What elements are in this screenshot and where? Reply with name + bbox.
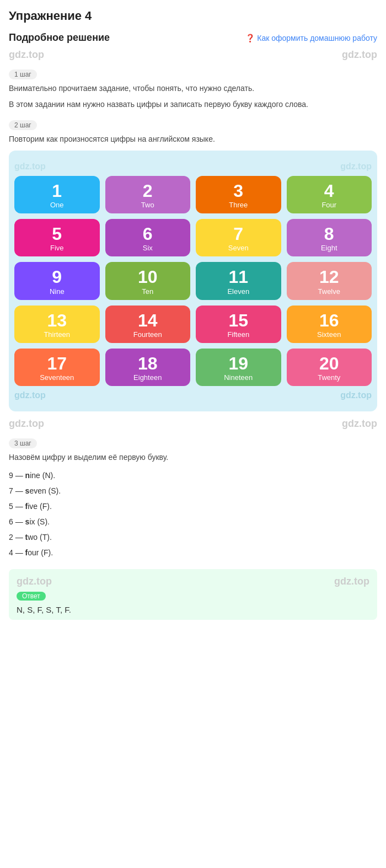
- wm-grid-top-l: gdz.top: [14, 162, 46, 172]
- watermark-1a: gdz.top: [9, 49, 44, 61]
- num-word-16: Sixteen: [317, 330, 341, 339]
- num-card-3: 3Three: [196, 176, 281, 213]
- num-card-15: 15Fifteen: [196, 306, 281, 343]
- step-2-badge: 2 шаг: [9, 120, 37, 130]
- help-link[interactable]: ❓ Как оформить домашнюю работу: [245, 34, 377, 42]
- num-digit-1: 1: [52, 181, 62, 201]
- num-digit-10: 10: [138, 267, 158, 287]
- answer-badge: Ответ: [17, 592, 46, 601]
- numbers-grid-container: gdz.top gdz.top 1One2Two3Three4Four5Five…: [9, 151, 377, 411]
- page-title: Упражнение 4: [9, 9, 377, 23]
- num-card-14: 14Fourteen: [105, 306, 191, 343]
- wm-grid-bot-l: gdz.top: [14, 390, 46, 400]
- num-word-8: Eight: [321, 244, 337, 252]
- wm-grid-top-r: gdz.top: [340, 162, 372, 172]
- watermark-3b: gdz.top: [342, 418, 377, 430]
- wm-grid-bot-r: gdz.top: [340, 390, 372, 400]
- answer-final: N, S, F, S, T, F.: [17, 605, 369, 614]
- num-digit-6: 6: [143, 224, 153, 244]
- num-card-10: 10Ten: [105, 262, 191, 299]
- num-digit-9: 9: [52, 267, 62, 287]
- num-word-11: Eleven: [227, 287, 249, 296]
- watermark-1b: gdz.top: [342, 49, 377, 61]
- answer-item-2: 5 — five (F).: [9, 499, 377, 514]
- num-card-20: 20Twenty: [287, 349, 372, 386]
- num-digit-17: 17: [47, 354, 67, 373]
- num-word-3: Three: [229, 201, 248, 209]
- answer-item-1: 7 — seven (S).: [9, 483, 377, 499]
- num-word-19: Nineteen: [224, 373, 253, 382]
- num-digit-3: 3: [233, 181, 243, 201]
- num-card-19: 19Nineteen: [196, 349, 281, 386]
- answer-item-4: 2 — two (T).: [9, 529, 377, 545]
- num-word-7: Seven: [228, 244, 249, 252]
- num-card-16: 16Sixteen: [287, 306, 372, 343]
- num-card-6: 6Six: [105, 219, 191, 256]
- num-word-17: Seventeen: [40, 373, 74, 382]
- num-card-11: 11Eleven: [196, 262, 281, 299]
- step-2-text1: Повторим как произносятся цифры на англи…: [9, 133, 377, 145]
- num-word-1: One: [50, 201, 64, 209]
- num-card-17: 17Seventeen: [14, 349, 100, 386]
- num-digit-20: 20: [319, 354, 339, 373]
- wm-ans-r: gdz.top: [334, 576, 369, 587]
- num-word-15: Fifteen: [227, 330, 249, 339]
- num-card-9: 9Nine: [14, 262, 100, 299]
- step-3-badge: 3 шаг: [9, 438, 37, 448]
- help-icon: ❓: [245, 34, 255, 42]
- answer-section: gdz.top gdz.top Ответ N, S, F, S, T, F.: [9, 569, 377, 620]
- num-card-13: 13Thirteen: [14, 306, 100, 343]
- num-card-5: 5Five: [14, 219, 100, 256]
- num-word-4: Four: [321, 201, 336, 209]
- num-word-12: Twelve: [318, 287, 340, 296]
- answer-item-3: 6 — six (S).: [9, 514, 377, 529]
- wm-ans-l: gdz.top: [17, 576, 52, 587]
- answer-item-5: 4 — four (F).: [9, 545, 377, 560]
- num-word-13: Thirteen: [44, 330, 70, 339]
- num-digit-19: 19: [228, 354, 248, 373]
- num-word-18: Eighteen: [133, 373, 162, 382]
- num-digit-5: 5: [52, 224, 62, 244]
- num-digit-11: 11: [228, 267, 248, 287]
- watermark-3a: gdz.top: [9, 418, 44, 430]
- num-word-5: Five: [50, 244, 64, 252]
- num-card-18: 18Eighteen: [105, 349, 191, 386]
- num-card-8: 8Eight: [287, 219, 372, 256]
- answer-list: 9 — nine (N).7 — seven (S).5 — five (F).…: [9, 468, 377, 560]
- num-card-12: 12Twelve: [287, 262, 372, 299]
- num-digit-18: 18: [138, 354, 158, 373]
- num-digit-4: 4: [324, 181, 334, 201]
- num-digit-8: 8: [324, 224, 334, 244]
- num-word-14: Fourteen: [133, 330, 162, 339]
- num-card-7: 7Seven: [196, 219, 281, 256]
- step-1-text2: В этом задании нам нужно назвать цифры и…: [9, 99, 377, 110]
- num-card-4: 4Four: [287, 176, 372, 213]
- num-digit-16: 16: [319, 311, 339, 330]
- num-word-6: Six: [143, 244, 153, 252]
- num-word-20: Twenty: [318, 373, 340, 382]
- num-card-1: 1One: [14, 176, 100, 213]
- answer-item-0: 9 — nine (N).: [9, 468, 377, 483]
- section-title: Подробное решение: [9, 32, 110, 44]
- num-word-9: Nine: [50, 287, 65, 296]
- numbers-grid: 1One2Two3Three4Four5Five6Six7Seven8Eight…: [14, 176, 372, 386]
- step-3-text1: Назовём цифру и выделим её первую букву.: [9, 452, 377, 463]
- num-card-2: 2Two: [105, 176, 191, 213]
- num-word-2: Two: [141, 201, 154, 209]
- num-digit-7: 7: [233, 224, 243, 244]
- num-digit-15: 15: [228, 311, 248, 330]
- num-digit-13: 13: [47, 311, 67, 330]
- num-digit-2: 2: [143, 181, 153, 201]
- step-1-text1: Внимательно прочитаем задание, чтобы пон…: [9, 83, 377, 94]
- step-1-badge: 1 шаг: [9, 69, 37, 79]
- num-digit-12: 12: [319, 267, 339, 287]
- num-word-10: Ten: [142, 287, 153, 296]
- num-digit-14: 14: [138, 311, 158, 330]
